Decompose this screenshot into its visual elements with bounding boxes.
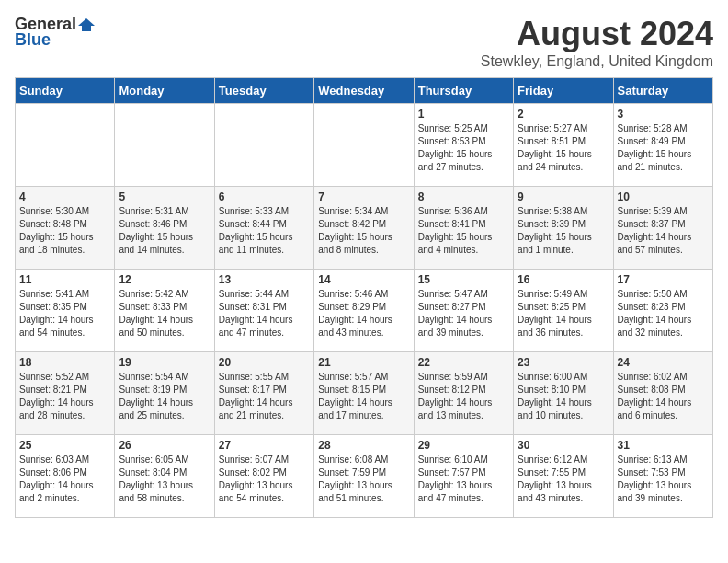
day-number: 16 <box>518 273 609 286</box>
calendar-cell: 13Sunrise: 5:44 AM Sunset: 8:31 PM Dayli… <box>214 270 313 352</box>
calendar-cell: 2Sunrise: 5:27 AM Sunset: 8:51 PM Daylig… <box>514 104 613 187</box>
calendar-cell <box>314 104 414 187</box>
day-info: Sunrise: 5:28 AM Sunset: 8:49 PM Dayligh… <box>618 122 709 174</box>
logo: General Blue <box>15 15 95 50</box>
day-info: Sunrise: 6:03 AM Sunset: 8:06 PM Dayligh… <box>19 454 110 505</box>
calendar-cell: 7Sunrise: 5:34 AM Sunset: 8:42 PM Daylig… <box>314 187 414 270</box>
day-number: 27 <box>219 439 310 452</box>
calendar-header-tuesday: Tuesday <box>214 78 313 104</box>
day-info: Sunrise: 5:55 AM Sunset: 8:17 PM Dayligh… <box>219 371 310 422</box>
calendar-header-saturday: Saturday <box>613 78 712 104</box>
calendar-week-row: 18Sunrise: 5:52 AM Sunset: 8:21 PM Dayli… <box>16 352 713 435</box>
calendar-cell: 26Sunrise: 6:05 AM Sunset: 8:04 PM Dayli… <box>115 435 214 518</box>
day-number: 12 <box>119 273 210 286</box>
day-info: Sunrise: 5:50 AM Sunset: 8:23 PM Dayligh… <box>618 288 709 339</box>
day-info: Sunrise: 5:46 AM Sunset: 8:29 PM Dayligh… <box>318 288 409 339</box>
calendar-header-monday: Monday <box>115 78 214 104</box>
day-info: Sunrise: 6:00 AM Sunset: 8:10 PM Dayligh… <box>518 371 609 422</box>
day-info: Sunrise: 6:08 AM Sunset: 7:59 PM Dayligh… <box>318 454 409 505</box>
day-number: 28 <box>318 439 409 452</box>
day-info: Sunrise: 6:07 AM Sunset: 8:02 PM Dayligh… <box>219 454 310 505</box>
day-number: 13 <box>219 273 310 286</box>
calendar-cell: 1Sunrise: 5:25 AM Sunset: 8:53 PM Daylig… <box>414 104 513 187</box>
day-number: 25 <box>19 439 110 452</box>
calendar-cell <box>16 104 115 187</box>
calendar-cell: 23Sunrise: 6:00 AM Sunset: 8:10 PM Dayli… <box>514 352 613 435</box>
day-info: Sunrise: 6:12 AM Sunset: 7:55 PM Dayligh… <box>518 454 609 505</box>
calendar-cell: 3Sunrise: 5:28 AM Sunset: 8:49 PM Daylig… <box>613 104 712 187</box>
calendar-cell: 29Sunrise: 6:10 AM Sunset: 7:57 PM Dayli… <box>414 435 513 518</box>
day-info: Sunrise: 5:27 AM Sunset: 8:51 PM Dayligh… <box>518 122 609 174</box>
calendar-cell <box>214 104 313 187</box>
day-info: Sunrise: 5:59 AM Sunset: 8:12 PM Dayligh… <box>418 371 509 422</box>
day-number: 15 <box>418 273 509 286</box>
calendar-cell: 30Sunrise: 6:12 AM Sunset: 7:55 PM Dayli… <box>514 435 613 518</box>
day-number: 14 <box>318 273 409 286</box>
day-info: Sunrise: 5:34 AM Sunset: 8:42 PM Dayligh… <box>318 205 409 257</box>
day-number: 19 <box>119 356 210 369</box>
calendar-week-row: 11Sunrise: 5:41 AM Sunset: 8:35 PM Dayli… <box>16 270 713 352</box>
day-number: 9 <box>518 190 609 203</box>
day-number: 7 <box>318 190 409 203</box>
calendar-header-sunday: Sunday <box>16 78 115 104</box>
day-number: 4 <box>19 190 110 203</box>
day-info: Sunrise: 6:10 AM Sunset: 7:57 PM Dayligh… <box>418 454 509 505</box>
day-number: 3 <box>618 108 709 121</box>
day-info: Sunrise: 5:57 AM Sunset: 8:15 PM Dayligh… <box>318 371 409 422</box>
day-info: Sunrise: 5:30 AM Sunset: 8:48 PM Dayligh… <box>19 205 110 257</box>
calendar-table: SundayMondayTuesdayWednesdayThursdayFrid… <box>15 77 713 518</box>
calendar-cell: 31Sunrise: 6:13 AM Sunset: 7:53 PM Dayli… <box>613 435 712 518</box>
day-info: Sunrise: 6:05 AM Sunset: 8:04 PM Dayligh… <box>119 454 210 505</box>
title-area: August 2024 Stewkley, England, United Ki… <box>481 15 713 70</box>
day-info: Sunrise: 5:36 AM Sunset: 8:41 PM Dayligh… <box>418 205 509 257</box>
calendar-cell: 16Sunrise: 5:49 AM Sunset: 8:25 PM Dayli… <box>514 270 613 352</box>
calendar-cell: 4Sunrise: 5:30 AM Sunset: 8:48 PM Daylig… <box>16 187 115 270</box>
day-number: 31 <box>618 439 709 452</box>
calendar-cell: 17Sunrise: 5:50 AM Sunset: 8:23 PM Dayli… <box>613 270 712 352</box>
day-info: Sunrise: 5:31 AM Sunset: 8:46 PM Dayligh… <box>119 205 210 257</box>
calendar-cell: 18Sunrise: 5:52 AM Sunset: 8:21 PM Dayli… <box>16 352 115 435</box>
day-info: Sunrise: 5:47 AM Sunset: 8:27 PM Dayligh… <box>418 288 509 339</box>
svg-marker-0 <box>78 18 95 31</box>
calendar-week-row: 1Sunrise: 5:25 AM Sunset: 8:53 PM Daylig… <box>16 104 713 187</box>
day-info: Sunrise: 5:52 AM Sunset: 8:21 PM Dayligh… <box>19 371 110 422</box>
day-number: 26 <box>119 439 210 452</box>
calendar-cell: 5Sunrise: 5:31 AM Sunset: 8:46 PM Daylig… <box>115 187 214 270</box>
calendar-header-row: SundayMondayTuesdayWednesdayThursdayFrid… <box>16 78 713 104</box>
calendar-week-row: 25Sunrise: 6:03 AM Sunset: 8:06 PM Dayli… <box>16 435 713 518</box>
day-number: 10 <box>618 190 709 203</box>
calendar-cell: 15Sunrise: 5:47 AM Sunset: 8:27 PM Dayli… <box>414 270 513 352</box>
day-number: 24 <box>618 356 709 369</box>
day-number: 18 <box>19 356 110 369</box>
day-number: 29 <box>418 439 509 452</box>
day-number: 11 <box>19 273 110 286</box>
calendar-cell: 28Sunrise: 6:08 AM Sunset: 7:59 PM Dayli… <box>314 435 414 518</box>
day-info: Sunrise: 6:13 AM Sunset: 7:53 PM Dayligh… <box>618 454 709 505</box>
day-info: Sunrise: 5:49 AM Sunset: 8:25 PM Dayligh… <box>518 288 609 339</box>
day-number: 20 <box>219 356 310 369</box>
calendar-header-wednesday: Wednesday <box>314 78 414 104</box>
calendar-header-friday: Friday <box>514 78 613 104</box>
day-info: Sunrise: 6:02 AM Sunset: 8:08 PM Dayligh… <box>618 371 709 422</box>
month-year-title: August 2024 <box>481 15 713 53</box>
calendar-cell: 12Sunrise: 5:42 AM Sunset: 8:33 PM Dayli… <box>115 270 214 352</box>
location-subtitle: Stewkley, England, United Kingdom <box>481 53 713 70</box>
day-info: Sunrise: 5:54 AM Sunset: 8:19 PM Dayligh… <box>119 371 210 422</box>
day-info: Sunrise: 5:33 AM Sunset: 8:44 PM Dayligh… <box>219 205 310 257</box>
day-info: Sunrise: 5:41 AM Sunset: 8:35 PM Dayligh… <box>19 288 110 339</box>
calendar-cell: 9Sunrise: 5:38 AM Sunset: 8:39 PM Daylig… <box>514 187 613 270</box>
calendar-cell: 22Sunrise: 5:59 AM Sunset: 8:12 PM Dayli… <box>414 352 513 435</box>
day-info: Sunrise: 5:42 AM Sunset: 8:33 PM Dayligh… <box>119 288 210 339</box>
header: General Blue August 2024 Stewkley, Engla… <box>15 15 713 70</box>
logo-blue: Blue <box>15 30 51 50</box>
day-info: Sunrise: 5:38 AM Sunset: 8:39 PM Dayligh… <box>518 205 609 257</box>
calendar-cell: 25Sunrise: 6:03 AM Sunset: 8:06 PM Dayli… <box>16 435 115 518</box>
day-number: 23 <box>518 356 609 369</box>
day-number: 30 <box>518 439 609 452</box>
calendar-cell: 6Sunrise: 5:33 AM Sunset: 8:44 PM Daylig… <box>214 187 313 270</box>
calendar-cell <box>115 104 214 187</box>
day-number: 2 <box>518 108 609 121</box>
calendar-cell: 8Sunrise: 5:36 AM Sunset: 8:41 PM Daylig… <box>414 187 513 270</box>
day-info: Sunrise: 5:44 AM Sunset: 8:31 PM Dayligh… <box>219 288 310 339</box>
day-info: Sunrise: 5:25 AM Sunset: 8:53 PM Dayligh… <box>418 122 509 174</box>
